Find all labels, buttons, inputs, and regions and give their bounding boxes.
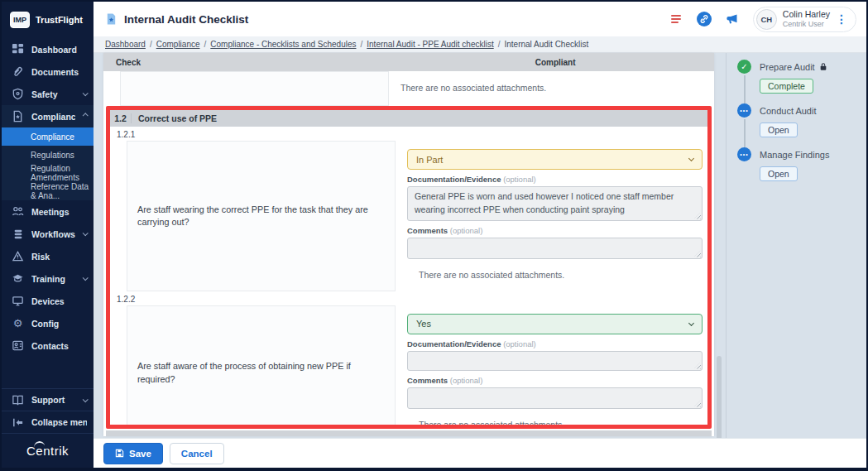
- user-menu[interactable]: CH Colin Harley Centrik User ⋮: [753, 7, 856, 32]
- sidebar-subitem-regulation-amendments[interactable]: Regulation Amendments: [2, 164, 94, 182]
- sidebar-item-support[interactable]: Support: [2, 388, 94, 411]
- compliant-cell: Yes Documentation/Evidence (optional) Co…: [396, 305, 707, 430]
- sidebar-item-dashboard[interactable]: Dashboard: [2, 38, 94, 60]
- optional-hint: (optional): [503, 175, 536, 184]
- save-disk-icon: [115, 449, 124, 458]
- sidebar-item-documents[interactable]: Documents: [2, 60, 94, 83]
- sidebar-item-meetings[interactable]: Meetings: [2, 200, 94, 223]
- content-area: Check Compliant There are no associated …: [94, 53, 866, 468]
- step-conduct-audit: ••• Conduct Audit Open: [737, 103, 866, 137]
- optional-hint: (optional): [450, 226, 483, 235]
- contact-card-icon: [12, 339, 24, 352]
- check-cell: [120, 71, 389, 106]
- layers-icon: [12, 228, 24, 240]
- sidebar-item-label: Training: [31, 274, 75, 284]
- monitor-icon: [12, 295, 24, 307]
- next-section-row-partial: [106, 430, 712, 436]
- imp-logo-badge: IMP: [10, 12, 30, 28]
- optional-hint: (optional): [503, 339, 536, 348]
- avatar: CH: [756, 9, 777, 30]
- sidebar-item-contacts[interactable]: Contacts: [2, 334, 94, 357]
- step-manage-findings: ••• Manage Findings Open: [737, 147, 866, 181]
- collapse-menu-button[interactable]: Collapse menu: [2, 411, 94, 433]
- kebab-menu-icon[interactable]: ⋮: [836, 13, 847, 25]
- sidebar-spacer: [2, 357, 94, 388]
- sidebar-item-label: Risk: [31, 252, 87, 262]
- sidebar-item-label: Support: [31, 395, 75, 405]
- save-button[interactable]: Save: [103, 443, 163, 464]
- sidebar-item-label: Workflows: [31, 229, 75, 239]
- chevron-down-icon: [83, 397, 89, 402]
- chevron-down-icon: [688, 320, 694, 325]
- shield-icon: [12, 88, 24, 100]
- breadcrumb-separator: /: [204, 40, 207, 49]
- sidebar-subitem-compliance[interactable]: Compliance: [2, 127, 94, 146]
- sidebar-subitem-regulations[interactable]: Regulations: [2, 146, 94, 164]
- sidebar-item-training[interactable]: Training: [2, 267, 94, 290]
- step-label: Conduct Audit: [760, 106, 817, 116]
- step-in-progress-icon: •••: [737, 147, 751, 161]
- optional-hint: (optional): [450, 376, 483, 385]
- chevron-down-icon: [83, 275, 89, 281]
- breadcrumb-link-compliance[interactable]: Compliance: [156, 40, 200, 49]
- row-gutter: [110, 305, 127, 430]
- documentation-textarea[interactable]: [407, 351, 703, 371]
- breadcrumb-separator: /: [498, 40, 501, 49]
- sidebar-item-compliance[interactable]: Compliance: [2, 105, 94, 127]
- sidebar-item-label: Collapse menu: [31, 417, 87, 427]
- cancel-button[interactable]: Cancel: [170, 443, 224, 464]
- graduation-cap-icon: [12, 272, 24, 285]
- comments-label: Comments (optional): [407, 226, 703, 235]
- compliance-submenu: Compliance Regulations Regulation Amendm…: [2, 127, 94, 200]
- table-header: Check Compliant: [103, 53, 714, 71]
- megaphone-icon[interactable]: [726, 12, 739, 26]
- documentation-label: Documentation/Evidence (optional): [407, 175, 703, 184]
- comments-textarea[interactable]: [407, 238, 703, 259]
- item-number: 1.2.2: [110, 291, 707, 305]
- compliance-doc-icon: [12, 110, 24, 123]
- people-icon: [12, 205, 24, 218]
- step-label: Manage Findings: [760, 150, 829, 160]
- warning-triangle-icon: [12, 250, 24, 262]
- table-row: Are staff wearing the correct PPE for th…: [110, 141, 707, 291]
- section-title: Correct use of PPE: [132, 113, 217, 123]
- sidebar-item-workflows[interactable]: Workflows: [2, 223, 94, 245]
- sidebar-subitem-reference-data[interactable]: Reference Data & Ana...: [2, 182, 94, 200]
- section-header-row: 1.2 Correct use of PPE: [110, 110, 707, 127]
- compliant-cell: There are no associated attachments.: [389, 71, 714, 106]
- sidebar-item-config[interactable]: ⚙ Config: [2, 312, 94, 334]
- database-icon[interactable]: [669, 12, 683, 26]
- breadcrumb: Dashboard / Compliance / Compliance - Ch…: [94, 36, 866, 53]
- complete-button[interactable]: Complete: [760, 79, 813, 94]
- sidebar-item-risk[interactable]: Risk: [2, 245, 94, 267]
- open-button[interactable]: Open: [760, 166, 798, 181]
- open-button[interactable]: Open: [760, 123, 798, 137]
- compliant-select-value: Yes: [416, 319, 431, 329]
- attachments-note: There are no associated attachments.: [419, 420, 703, 430]
- link-icon[interactable]: [697, 12, 712, 26]
- comments-textarea[interactable]: [407, 387, 703, 409]
- book-icon: [12, 394, 24, 406]
- centrik-logo: Centrik: [2, 433, 94, 468]
- sidebar-item-label: Meetings: [31, 207, 87, 217]
- check-question: Are staff wearing the correct PPE for th…: [127, 141, 396, 291]
- breadcrumb-link-dashboard[interactable]: Dashboard: [105, 40, 146, 49]
- main-area: Internal Audit Checklist CH Colin Harley…: [94, 2, 866, 468]
- chevron-down-icon: [83, 90, 89, 96]
- step-prepare-audit: ✓ Prepare Audit Complete: [737, 60, 866, 94]
- breadcrumb-link-checklists[interactable]: Compliance - Checklists and Schedules: [210, 40, 356, 49]
- checklist-icon: [105, 12, 117, 26]
- sidebar-item-label: Contacts: [31, 341, 87, 351]
- sidebar-item-devices[interactable]: Devices: [2, 290, 94, 312]
- sidebar-item-label: Safety: [31, 89, 75, 99]
- breadcrumb-link-ppe-audit[interactable]: Internal Audit - PPE Audit checklist: [367, 40, 493, 49]
- sidebar-item-safety[interactable]: Safety: [2, 83, 94, 105]
- documentation-textarea[interactable]: General PPE is worn and used however I n…: [407, 186, 703, 221]
- compliant-select[interactable]: Yes: [407, 314, 703, 334]
- sidebar-item-label: Documents: [31, 67, 87, 77]
- app-window: IMP TrustFlight Dashboard Documents Safe…: [0, 0, 868, 471]
- row-gutter: [110, 141, 127, 291]
- top-bar: Internal Audit Checklist CH Colin Harley…: [94, 2, 866, 36]
- compliant-select[interactable]: In Part: [407, 149, 703, 170]
- dashboard-icon: [12, 43, 24, 55]
